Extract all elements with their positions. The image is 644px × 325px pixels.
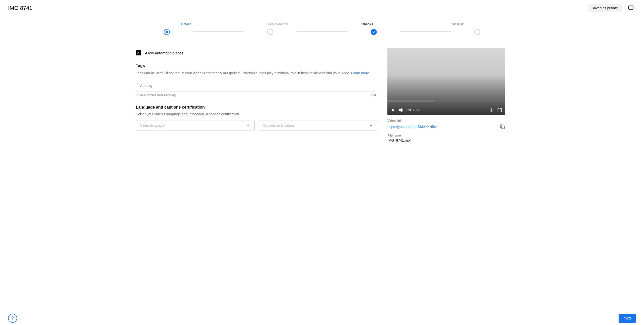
step-dot-details-inner [166, 31, 168, 33]
video-link-row: https://youtu.be/-aaSMeYXN5w [387, 124, 505, 129]
allow-automatic-places-row: ✓ Allow automatic places [136, 50, 377, 55]
filename-value: IMG_8741.mp4 [387, 138, 505, 142]
saved-private-button[interactable]: Saved as private [588, 4, 622, 12]
step-label-details[interactable]: Details [181, 22, 191, 26]
step-dot-video-elements [244, 29, 296, 35]
header-actions: Saved as private [588, 3, 636, 13]
chevron-down-icon-2 [369, 123, 373, 127]
lang-captions-desc: Select your video's language and, if nee… [136, 112, 377, 116]
step-dot-visibility [451, 29, 503, 35]
tag-hint-row: Enter a comma after each tag 0/500 [136, 93, 377, 97]
steps-container: Details Video elements Checks Visibility… [0, 16, 644, 42]
step-visibility: Visibility [413, 22, 503, 29]
steps-line-row: ✓ [141, 29, 503, 42]
video-controls: 0:00 / 0:11 [387, 106, 505, 115]
tag-hint-text: Enter a comma after each tag [136, 93, 176, 97]
left-panel: ✓ Allow automatic places Tags Tags can b… [126, 42, 387, 154]
step-line-2 [296, 31, 348, 32]
volume-icon [398, 108, 404, 113]
step-label-visibility[interactable]: Visibility [452, 22, 464, 26]
step-line-3 [400, 31, 452, 32]
svg-marker-5 [399, 108, 402, 112]
step-dot-checks: ✓ [348, 29, 400, 35]
play-button[interactable] [390, 108, 395, 113]
fullscreen-button[interactable] [497, 108, 502, 113]
tags-learn-more-link[interactable]: Learn more [351, 71, 369, 75]
allow-automatic-places-label: Allow automatic places [145, 51, 183, 55]
fullscreen-icon [497, 108, 502, 113]
caption-dropdown-placeholder: Caption certification [263, 123, 294, 127]
header: IMG 8741 Saved as private [0, 0, 644, 16]
video-link-label: Video link [387, 119, 505, 122]
settings-icon [489, 108, 494, 113]
step-label-video-elements[interactable]: Video elements [265, 22, 288, 26]
main-layout: ✓ Allow automatic places Tags Tags can b… [126, 42, 518, 154]
steps-labels: Details Video elements Checks Visibility [141, 22, 503, 29]
lang-dropdowns: Video language Caption certification [136, 120, 377, 131]
svg-rect-7 [502, 126, 504, 129]
tag-input-wrapper[interactable] [136, 80, 377, 91]
tags-description: Tags can be useful if content in your vi… [136, 71, 377, 76]
video-player[interactable]: 0:00 / 0:11 [387, 48, 505, 115]
svg-rect-2 [631, 7, 631, 7]
step-details: Details [141, 22, 231, 29]
tags-section: Tags Tags can be useful if content in yo… [136, 63, 377, 97]
lang-captions-title: Language and captions certification [136, 105, 377, 110]
step-line-1 [193, 31, 245, 32]
step-circle-video-elements[interactable] [267, 29, 273, 35]
settings-button[interactable] [489, 108, 494, 113]
copy-link-button[interactable] [500, 124, 505, 129]
chat-icon-button[interactable] [626, 3, 636, 13]
svg-rect-1 [631, 7, 631, 8]
step-checks: Checks [322, 22, 413, 29]
step-label-checks[interactable]: Checks [361, 22, 373, 26]
right-panel: 0:00 / 0:11 Video link https://youtu. [387, 42, 513, 154]
svg-marker-4 [392, 108, 395, 112]
time-display: 0:00 / 0:11 [407, 108, 486, 112]
filename-label: Filename [387, 134, 505, 137]
page-title: IMG 8741 [8, 5, 32, 11]
tags-title: Tags [136, 63, 377, 68]
lang-captions-section: Language and captions certification Sele… [136, 105, 377, 131]
step-dot-details [141, 29, 193, 35]
video-info: Video link https://youtu.be/-aaSMeYXN5w … [387, 115, 505, 146]
caption-certification-dropdown[interactable]: Caption certification [259, 120, 377, 131]
chevron-down-icon [246, 123, 250, 127]
checkmark-icon: ✓ [372, 30, 375, 34]
language-dropdown[interactable]: Video language [136, 120, 255, 131]
step-circle-details[interactable] [164, 29, 170, 35]
step-circle-checks[interactable]: ✓ [371, 29, 377, 35]
step-circle-visibility[interactable] [474, 29, 480, 35]
play-icon [390, 108, 395, 113]
video-link-url[interactable]: https://youtu.be/-aaSMeYXN5w [387, 125, 436, 129]
language-dropdown-placeholder: Video language [140, 123, 165, 127]
tag-count: 0/500 [370, 93, 377, 97]
allow-automatic-places-checkbox[interactable]: ✓ [136, 50, 141, 55]
tag-input[interactable] [140, 84, 373, 88]
checkbox-check-icon: ✓ [137, 51, 140, 55]
svg-rect-3 [631, 8, 631, 8]
volume-button[interactable] [398, 108, 404, 113]
svg-point-6 [491, 110, 492, 111]
copy-icon [500, 124, 505, 129]
chat-icon [628, 5, 634, 11]
step-video-elements: Video elements [231, 22, 322, 29]
